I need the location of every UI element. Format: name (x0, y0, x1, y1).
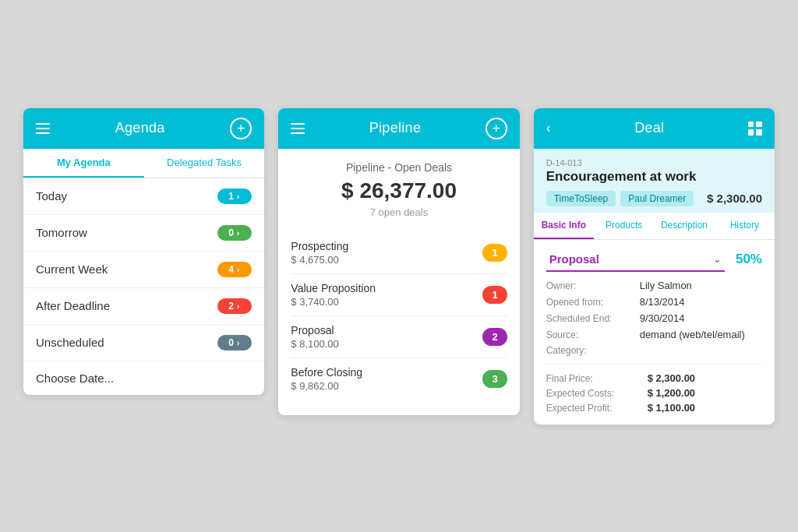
agenda-tabs: My Agenda Delegated Tasks (23, 149, 264, 178)
grid-view-button[interactable] (748, 122, 762, 136)
agenda-list-item[interactable]: Current Week 4 › (23, 252, 264, 288)
pipeline-row-amount: $ 9,862.00 (291, 380, 362, 392)
agenda-item-badge: 0 › (217, 335, 252, 351)
pipeline-rows: Prospecting $ 4,675.00 1 Value Propositi… (291, 232, 507, 400)
pipeline-row-amount: $ 3,740.00 (291, 296, 376, 308)
deal-info-section: D-14-013 Encouragement at work TimeToSle… (534, 149, 775, 213)
pipeline-subtitle: Pipeline - Open Deals (291, 161, 507, 174)
deal-field-label: Owner: (546, 280, 640, 291)
pipeline-row-info: Prospecting $ 4,675.00 (291, 240, 348, 266)
deal-price-value: $ 1,100.00 (648, 402, 695, 414)
agenda-list-item[interactable]: Today 1 › (23, 178, 264, 215)
deal-prices: Final Price: $ 2,300.00 Expected Costs: … (546, 372, 762, 414)
arrow-icon: › (237, 228, 240, 238)
tab-my-agenda[interactable]: My Agenda (23, 149, 144, 178)
tab-delegated-tasks[interactable]: Delegated Tasks (144, 149, 265, 178)
pipeline-row-info: Before Closing $ 9,862.00 (291, 366, 362, 392)
agenda-item-label: Tomorrow (36, 226, 87, 239)
pipeline-row[interactable]: Before Closing $ 9,862.00 3 (291, 358, 507, 400)
deal-header: ‹ Deal (534, 108, 775, 149)
agenda-item-badge: 1 › (217, 188, 252, 204)
agenda-item-badge: 4 › (217, 262, 252, 277)
pipeline-row[interactable]: Prospecting $ 4,675.00 1 (291, 232, 507, 274)
chevron-down-icon: ⌄ (713, 253, 722, 265)
deal-tab-products[interactable]: Products (594, 213, 654, 239)
agenda-list-item[interactable]: After Deadline 2 › (23, 288, 264, 325)
deal-panel: ‹ Deal D-14-013 Encouragement at work Ti… (534, 108, 775, 425)
agenda-item-label: After Deadline (36, 299, 110, 312)
deal-divider (546, 364, 762, 365)
deal-name: Encouragement at work (546, 169, 762, 185)
add-agenda-button[interactable]: + (230, 118, 252, 139)
deal-tabs: Basic InfoProductsDescriptionHistory (534, 213, 775, 240)
deal-field-row: Category: (546, 345, 762, 356)
agenda-title: Agenda (115, 120, 165, 136)
deal-tag1: TimeToSleep (546, 191, 616, 206)
deal-tags-row: TimeToSleep Paul Dreamer $ 2,300.00 (546, 191, 762, 206)
pipeline-row-name: Proposal (291, 324, 338, 336)
agenda-item-label: Today (36, 189, 67, 203)
agenda-item-label: Current Week (36, 262, 108, 276)
agenda-item-badge: 2 › (217, 298, 252, 314)
agenda-list-item[interactable]: Unscheduled 0 › (23, 325, 264, 361)
deal-price-row: Final Price: $ 2,300.00 (546, 372, 762, 384)
pipeline-row-name: Before Closing (291, 366, 362, 379)
deal-id: D-14-013 (546, 158, 762, 167)
add-pipeline-button[interactable]: + (486, 118, 507, 139)
deal-price-row: Expected Costs: $ 1,200.00 (546, 387, 762, 399)
deal-field-row: Opened from: 8/13/2014 (546, 296, 762, 308)
pipeline-row-count: 3 (482, 370, 507, 388)
agenda-item-label: Unscheduled (36, 336, 104, 349)
deal-field-value: 8/13/2014 (640, 296, 685, 308)
pipeline-row-amount: $ 8,100.00 (291, 338, 338, 350)
deal-amount: $ 2,300.00 (707, 192, 762, 205)
arrow-icon: › (237, 301, 240, 311)
deal-field-label: Opened from: (546, 297, 640, 308)
pipeline-panel: Pipeline + Pipeline - Open Deals $ 26,37… (278, 108, 519, 415)
pipeline-row-name: Prospecting (291, 240, 348, 252)
agenda-list: Today 1 › Tomorrow 0 › Current Week 4 › … (23, 178, 264, 361)
deal-field-label: Category: (546, 345, 640, 356)
pipeline-row[interactable]: Proposal $ 8,100.00 2 (291, 316, 507, 358)
deal-price-label: Final Price: (546, 373, 648, 384)
arrow-icon: › (237, 338, 240, 347)
deal-stage-row: Proposal ⌄ 50% (546, 248, 762, 272)
pipeline-open-deals: 7 open deals (291, 206, 507, 218)
pipeline-title: Pipeline (369, 120, 421, 136)
arrow-icon: › (237, 192, 240, 201)
deal-tab-history[interactable]: History (715, 213, 775, 239)
deal-field-value: demand (web/tel/email) (640, 329, 745, 340)
deal-field-label: Scheduled End: (546, 313, 640, 324)
back-button[interactable]: ‹ (546, 120, 551, 136)
deal-field-value: 9/30/2014 (640, 312, 685, 324)
deal-field-label: Source: (546, 329, 640, 340)
deal-price-value: $ 1,200.00 (648, 387, 695, 399)
agenda-panel: Agenda + My Agenda Delegated Tasks Today… (23, 108, 264, 395)
pipeline-row-name: Value Proposition (291, 282, 376, 294)
choose-date-item[interactable]: Choose Date... (23, 361, 264, 395)
pipeline-row-info: Value Proposition $ 3,740.00 (291, 282, 376, 308)
deal-field-row: Source: demand (web/tel/email) (546, 329, 762, 340)
deal-stage-wrapper[interactable]: Proposal ⌄ (546, 248, 725, 272)
menu-icon[interactable] (36, 123, 50, 134)
pipeline-row[interactable]: Value Proposition $ 3,740.00 1 (291, 274, 507, 316)
deal-price-label: Expected Profit: (546, 403, 648, 414)
pipeline-menu-icon[interactable] (291, 123, 305, 134)
deal-tab-description[interactable]: Description (654, 213, 714, 239)
deal-price-value: $ 2,300.00 (648, 372, 695, 384)
agenda-list-item[interactable]: Tomorrow 0 › (23, 215, 264, 252)
deal-body: Proposal ⌄ 50% Owner: Lily Salmon Opened… (534, 240, 775, 425)
deal-price-row: Expected Profit: $ 1,100.00 (546, 402, 762, 414)
pipeline-row-amount: $ 4,675.00 (291, 254, 348, 266)
deal-percentage: 50% (736, 252, 762, 267)
deal-header-title: Deal (634, 120, 664, 136)
deal-tag2: Paul Dreamer (620, 191, 694, 206)
pipeline-row-count: 1 (482, 244, 507, 262)
pipeline-header: Pipeline + (278, 108, 519, 149)
pipeline-row-count: 1 (482, 286, 507, 304)
deal-fields: Owner: Lily Salmon Opened from: 8/13/201… (546, 280, 762, 356)
pipeline-row-count: 2 (482, 328, 507, 346)
agenda-item-badge: 0 › (217, 225, 252, 241)
agenda-header: Agenda + (23, 108, 264, 149)
deal-tab-basic-info[interactable]: Basic Info (534, 213, 594, 239)
